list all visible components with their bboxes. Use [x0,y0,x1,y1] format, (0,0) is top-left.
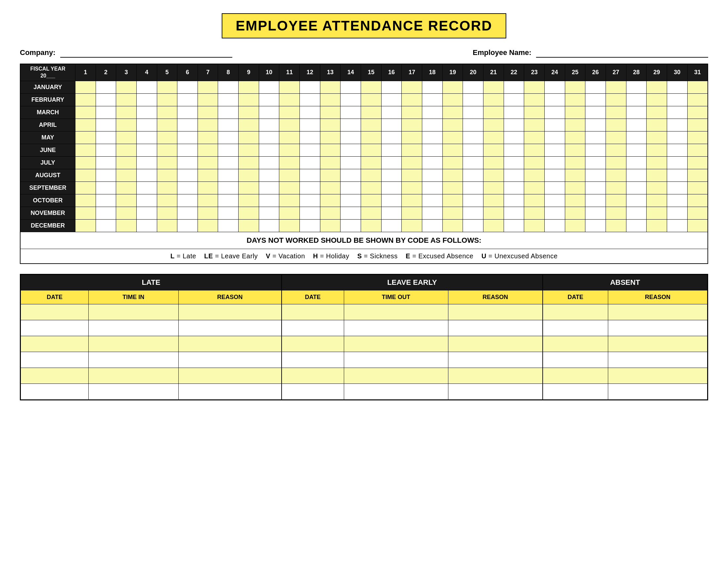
day-cell-march-11[interactable] [279,106,300,118]
day-cell-october-25[interactable] [565,194,585,207]
day-cell-april-22[interactable] [504,118,524,131]
day-cell-july-11[interactable] [279,156,300,169]
bottom-cell[interactable] [448,304,542,320]
day-cell-november-21[interactable] [483,207,504,219]
day-cell-february-7[interactable] [198,93,218,106]
day-cell-february-27[interactable] [606,93,626,106]
day-cell-august-19[interactable] [442,169,463,181]
day-cell-september-29[interactable] [647,181,667,194]
day-cell-may-1[interactable] [75,131,96,144]
day-cell-january-14[interactable] [341,81,361,93]
day-cell-january-13[interactable] [320,81,341,93]
day-cell-april-18[interactable] [422,118,443,131]
day-cell-december-30[interactable] [667,219,687,232]
day-cell-january-28[interactable] [626,81,647,93]
day-cell-september-17[interactable] [402,181,422,194]
day-cell-october-24[interactable] [544,194,565,207]
day-cell-may-10[interactable] [259,131,279,144]
day-cell-may-23[interactable] [524,131,545,144]
day-cell-august-7[interactable] [198,169,218,181]
day-cell-december-4[interactable] [136,219,157,232]
day-cell-september-27[interactable] [606,181,626,194]
day-cell-april-2[interactable] [96,118,116,131]
day-cell-january-21[interactable] [483,81,504,93]
day-cell-december-16[interactable] [381,219,402,232]
day-cell-september-1[interactable] [75,181,96,194]
bottom-cell[interactable] [543,336,608,352]
day-cell-october-30[interactable] [667,194,687,207]
day-cell-april-15[interactable] [361,118,382,131]
day-cell-december-28[interactable] [626,219,647,232]
bottom-cell[interactable] [448,352,542,368]
day-cell-may-29[interactable] [647,131,667,144]
day-cell-september-25[interactable] [565,181,585,194]
day-cell-february-24[interactable] [544,93,565,106]
day-cell-december-7[interactable] [198,219,218,232]
day-cell-december-3[interactable] [116,219,137,232]
day-cell-september-13[interactable] [320,181,341,194]
day-cell-february-28[interactable] [626,93,647,106]
day-cell-april-31[interactable] [687,118,708,131]
bottom-cell[interactable] [89,320,178,336]
day-cell-december-10[interactable] [259,219,279,232]
day-cell-september-30[interactable] [667,181,687,194]
day-cell-august-2[interactable] [96,169,116,181]
bottom-cell[interactable] [344,352,448,368]
day-cell-november-13[interactable] [320,207,341,219]
day-cell-february-16[interactable] [381,93,402,106]
day-cell-august-10[interactable] [259,169,279,181]
day-cell-november-9[interactable] [239,207,259,219]
day-cell-january-15[interactable] [361,81,382,93]
day-cell-december-26[interactable] [585,219,606,232]
day-cell-december-1[interactable] [75,219,96,232]
day-cell-july-26[interactable] [585,156,606,169]
day-cell-march-19[interactable] [442,106,463,118]
day-cell-june-27[interactable] [606,144,626,156]
day-cell-april-26[interactable] [585,118,606,131]
day-cell-september-20[interactable] [463,181,483,194]
day-cell-september-5[interactable] [157,181,177,194]
day-cell-november-27[interactable] [606,207,626,219]
day-cell-june-10[interactable] [259,144,279,156]
day-cell-august-14[interactable] [341,169,361,181]
day-cell-may-28[interactable] [626,131,647,144]
day-cell-october-11[interactable] [279,194,300,207]
day-cell-april-20[interactable] [463,118,483,131]
day-cell-march-31[interactable] [687,106,708,118]
day-cell-february-3[interactable] [116,93,137,106]
day-cell-april-14[interactable] [341,118,361,131]
day-cell-october-23[interactable] [524,194,545,207]
day-cell-january-31[interactable] [687,81,708,93]
day-cell-april-16[interactable] [381,118,402,131]
day-cell-march-8[interactable] [218,106,239,118]
day-cell-january-25[interactable] [565,81,585,93]
bottom-cell[interactable] [21,336,89,352]
day-cell-october-12[interactable] [300,194,320,207]
bottom-cell[interactable] [178,336,281,352]
day-cell-july-20[interactable] [463,156,483,169]
day-cell-december-25[interactable] [565,219,585,232]
day-cell-november-12[interactable] [300,207,320,219]
day-cell-december-27[interactable] [606,219,626,232]
day-cell-august-6[interactable] [177,169,198,181]
day-cell-june-19[interactable] [442,144,463,156]
day-cell-april-5[interactable] [157,118,177,131]
bottom-cell[interactable] [282,320,344,336]
bottom-cell[interactable] [282,368,344,384]
day-cell-july-16[interactable] [381,156,402,169]
day-cell-march-4[interactable] [136,106,157,118]
day-cell-september-14[interactable] [341,181,361,194]
day-cell-july-31[interactable] [687,156,708,169]
bottom-cell[interactable] [21,320,89,336]
day-cell-june-29[interactable] [647,144,667,156]
day-cell-october-1[interactable] [75,194,96,207]
day-cell-november-16[interactable] [381,207,402,219]
day-cell-may-6[interactable] [177,131,198,144]
day-cell-february-29[interactable] [647,93,667,106]
day-cell-july-30[interactable] [667,156,687,169]
day-cell-june-11[interactable] [279,144,300,156]
day-cell-january-5[interactable] [157,81,177,93]
day-cell-october-8[interactable] [218,194,239,207]
day-cell-september-28[interactable] [626,181,647,194]
day-cell-september-12[interactable] [300,181,320,194]
